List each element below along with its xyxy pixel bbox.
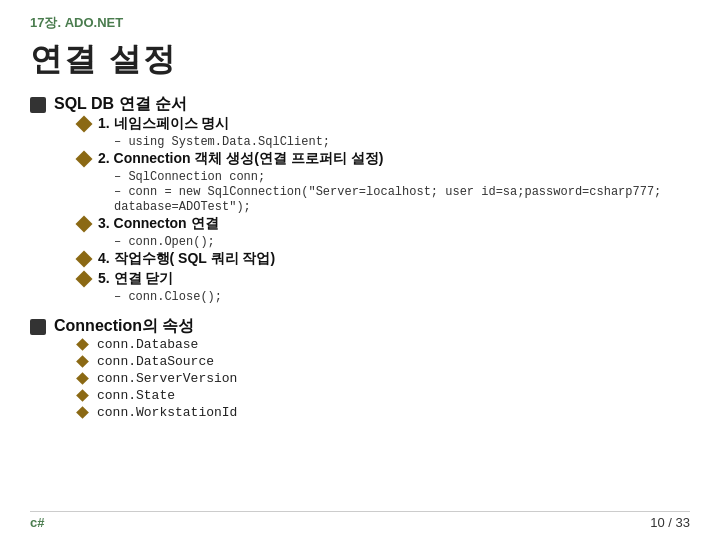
step-1-label: 1. 네임스페이스 명시 [98,115,229,133]
conn-prop-0: conn.Database [78,337,237,352]
conn-prop-0-text: conn.Database [97,337,198,352]
step-5-code-text: – conn.Close(); [114,290,222,304]
conn-prop-3-icon [76,389,89,402]
step-5-icon [76,271,93,288]
step-4-icon [76,251,93,268]
main-topic-label: SQL DB 연결 순서 [54,94,661,115]
step-2-code-text-3: database=ADOTest"); [114,200,251,214]
main-topic-block: SQL DB 연결 순서 1. 네임스페이스 명시 – using System… [30,94,690,308]
conn-prop-2-icon [76,372,89,385]
section-title: 연결 설정 [30,38,690,82]
conn-prop-4-text: conn.WorkstationId [97,405,237,420]
conn-prop-1-text: conn.DataSource [97,354,214,369]
step-5-label: 5. 연결 닫기 [98,270,173,288]
footer: c# 10 / 33 [30,515,690,530]
steps-section: 1. 네임스페이스 명시 – using System.Data.SqlClie… [78,115,661,304]
conn-props-icon [30,319,46,335]
step-1-code-1: – using System.Data.SqlClient; [114,135,661,149]
conn-props-title: Connection의 속성 [54,316,237,337]
conn-prop-1-icon [76,355,89,368]
footer-divider [30,511,690,512]
step-2-code-text-1: – SqlConnection conn; [114,170,265,184]
conn-prop-3: conn.State [78,388,237,403]
step-2-code-text-2: – conn = new SqlConnection("Server=local… [114,185,661,199]
conn-prop-3-text: conn.State [97,388,175,403]
step-2-icon [76,151,93,168]
step-1-code-text: – using System.Data.SqlClient; [114,135,330,149]
step-5-code-1: – conn.Close(); [114,290,661,304]
conn-prop-4-icon [76,406,89,419]
step-5: 5. 연결 닫기 [78,270,661,288]
step-3-label: 3. Connecton 연결 [98,215,219,233]
step-2-code-1: – SqlConnection conn; [114,170,661,184]
step-1: 1. 네임스페이스 명시 [78,115,661,133]
conn-props-list: conn.Database conn.DataSource conn.Serve… [78,337,237,420]
step-2-code-2: – conn = new SqlConnection("Server=local… [114,185,661,199]
conn-prop-2: conn.ServerVersion [78,371,237,386]
step-2-label: 2. Connection 객체 생성(연결 프로퍼티 설정) [98,150,383,168]
step-2: 2. Connection 객체 생성(연결 프로퍼티 설정) [78,150,661,168]
step-3-code-text: – conn.Open(); [114,235,215,249]
main-bullet-icon [30,97,46,113]
chapter-title: 17장. ADO.NET [30,14,690,32]
conn-prop-4: conn.WorkstationId [78,405,237,420]
footer-left: c# [30,515,44,530]
step-3-icon [76,216,93,233]
step-3: 3. Connecton 연결 [78,215,661,233]
step-4: 4. 작업수행( SQL 쿼리 작업) [78,250,661,268]
step-4-label: 4. 작업수행( SQL 쿼리 작업) [98,250,275,268]
conn-prop-0-icon [76,338,89,351]
footer-right: 10 / 33 [650,515,690,530]
conn-prop-1: conn.DataSource [78,354,237,369]
conn-props-block: Connection의 속성 conn.Database conn.DataSo… [30,316,690,422]
step-2-code-3: database=ADOTest"); [114,200,661,214]
step-3-code-1: – conn.Open(); [114,235,661,249]
page: 17장. ADO.NET 연결 설정 SQL DB 연결 순서 1. 네임스페이… [0,0,720,540]
conn-prop-2-text: conn.ServerVersion [97,371,237,386]
step-1-icon [76,116,93,133]
